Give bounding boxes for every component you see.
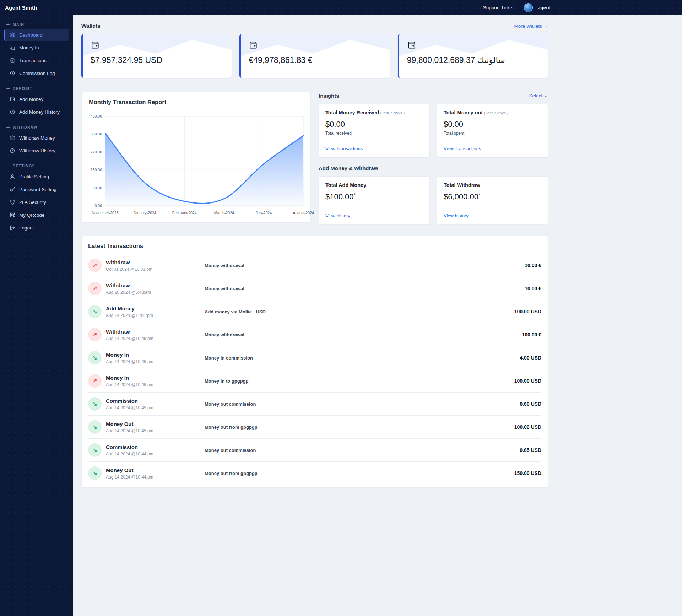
bank-icon bbox=[10, 135, 15, 141]
transaction-amount: 100.00 USD bbox=[481, 424, 541, 430]
sidebar-item-label: Withdraw Money bbox=[19, 135, 55, 141]
section-dash bbox=[6, 24, 10, 25]
axis-tick-label: 270.00 bbox=[91, 150, 102, 154]
transactions-icon bbox=[10, 58, 15, 63]
transaction-amount: 0.65 USD bbox=[481, 447, 541, 453]
total-received-link[interactable]: Total received bbox=[325, 131, 423, 136]
section-label: WITHDRAW bbox=[13, 125, 37, 129]
axis-tick-label: 360.00 bbox=[91, 132, 102, 136]
section-label: MAIN bbox=[13, 22, 24, 26]
sidebar-item-withdraw-money[interactable]: Withdraw Money bbox=[4, 132, 69, 144]
wallet-icon bbox=[249, 40, 258, 50]
wallet-card-other: 99,800,012,689.37 سالونيك bbox=[398, 34, 548, 78]
transaction-description: Money out commission bbox=[205, 448, 481, 453]
wallet-cards: $7,957,324.95 USD €49,978,861.83 € 99,80… bbox=[81, 34, 548, 78]
sidebar-item-label: Commission Log bbox=[19, 71, 55, 76]
topbar: Agent Smith Support Ticket agent bbox=[0, 0, 682, 15]
sidebar-item-money-in[interactable]: Money In bbox=[4, 42, 69, 54]
transaction-date: Aug 20 2024 @5:48:am bbox=[106, 290, 205, 295]
sidebar: MAIN Dashboard Money In Transactions bbox=[0, 15, 73, 616]
sidebar-item-logout[interactable]: Logout bbox=[4, 222, 69, 234]
section-dash bbox=[6, 166, 10, 166]
arrow-down-right-icon: ↘ bbox=[88, 305, 102, 318]
sidebar-item-profile-setting[interactable]: Profile Setting bbox=[4, 171, 69, 183]
support-ticket-link[interactable]: Support Ticket bbox=[483, 5, 514, 10]
transaction-description: Money in commission bbox=[205, 355, 481, 361]
transaction-amount: 4.00 USD bbox=[481, 355, 541, 361]
transaction-row: ↘ Add MoneyAug 14 2024 @11:01:pm Add mon… bbox=[88, 300, 541, 323]
sidebar-item-label: Money In bbox=[19, 45, 39, 50]
view-transactions-link[interactable]: View Transactions bbox=[325, 146, 423, 151]
sidebar-item-label: Password Setting bbox=[19, 187, 56, 192]
transaction-type: Commission bbox=[106, 398, 205, 404]
wallet-balance: 99,800,012,689.37 سالونيك bbox=[407, 55, 540, 65]
wallet-balance: €49,978,861.83 € bbox=[249, 55, 382, 65]
section-label: SETTINGS bbox=[13, 164, 35, 168]
arrow-down-right-icon: ↘ bbox=[88, 466, 102, 480]
insight-amount: $0.00 bbox=[325, 120, 423, 129]
transaction-row: ↘ Money OutAug 14 2024 @10:45:pm Money o… bbox=[88, 415, 541, 438]
axis-tick-label: February-2024 bbox=[172, 211, 197, 215]
footnote-asterisk: * bbox=[479, 193, 481, 198]
total-spent-link[interactable]: Total spent bbox=[444, 131, 541, 136]
insights-title: Insights bbox=[319, 93, 339, 99]
sidebar-item-add-money[interactable]: Add Money bbox=[4, 93, 69, 105]
transaction-description: Money withdrawal bbox=[205, 332, 481, 337]
transaction-type: Withdraw bbox=[106, 329, 205, 335]
insights-column: Insights Select⌄ Total Money Received( l… bbox=[319, 92, 548, 225]
arrow-down-right-icon: ↘ bbox=[88, 443, 102, 457]
wallet-card-usd: $7,957,324.95 USD bbox=[81, 34, 232, 78]
view-history-link[interactable]: View history bbox=[325, 213, 423, 218]
chart-title: Monthly Transaction Report bbox=[89, 99, 303, 106]
sidebar-item-label: Withdraw History bbox=[19, 148, 55, 153]
transaction-row: ↘ CommissionAug 14 2024 @10:45:pm Money … bbox=[88, 392, 541, 415]
insights-select[interactable]: Select⌄ bbox=[529, 93, 548, 98]
brand-title: Agent Smith bbox=[5, 5, 37, 11]
sidebar-item-withdraw-history[interactable]: Withdraw History bbox=[4, 145, 69, 157]
transaction-description: Money withdrawal bbox=[205, 286, 481, 291]
total-money-out-card: Total Money out( last 7 days ) $0.00 Tot… bbox=[437, 104, 548, 157]
sidebar-section-settings: SETTINGS Profile Setting Password Settin… bbox=[0, 164, 73, 234]
transaction-description: Money in to gpgpgp bbox=[205, 378, 481, 384]
transaction-date: Aug 14 2024 @10:46:pm bbox=[106, 359, 205, 364]
summary-amount: $100.00 bbox=[325, 192, 354, 201]
transaction-row: ↗ WithdrawAug 14 2024 @10:49:pm Money wi… bbox=[88, 323, 541, 346]
axis-tick-label: March-2024 bbox=[214, 211, 234, 215]
arrow-down-right-icon: ↘ bbox=[88, 351, 102, 364]
sidebar-item-commission-log[interactable]: Commission Log bbox=[4, 67, 69, 79]
chart-y-axis: 450.00 360.00 270.00 180.00 90.00 0.00 bbox=[89, 116, 105, 206]
sidebar-section-deposit: DEPOSIT Add Money Add Money History bbox=[0, 86, 73, 118]
footnote-asterisk: * bbox=[354, 193, 356, 198]
dashboard-icon bbox=[10, 32, 15, 38]
transaction-date: Aug 14 2024 @10:44:pm bbox=[106, 452, 205, 456]
arrow-up-right-icon: ↗ bbox=[88, 374, 102, 388]
transaction-description: Money out from gpgpgp bbox=[205, 471, 481, 476]
view-transactions-link[interactable]: View Transactions bbox=[444, 146, 541, 151]
transaction-row: ↗ Money InAug 14 2024 @10:46:pm Money in… bbox=[88, 369, 541, 392]
view-history-link[interactable]: View history bbox=[444, 213, 541, 218]
sidebar-item-2fa-security[interactable]: 2FA Security bbox=[4, 196, 69, 208]
topbar-divider bbox=[519, 5, 519, 10]
add-money-withdraw-title: Add Money & Withdraw bbox=[319, 165, 548, 171]
logout-icon bbox=[10, 225, 15, 231]
more-wallets-link[interactable]: More Wallets → bbox=[514, 23, 548, 29]
sidebar-item-label: Dashboard bbox=[19, 32, 43, 38]
shield-icon bbox=[10, 199, 15, 205]
wallet-icon bbox=[91, 40, 100, 50]
chevron-down-icon: ⌄ bbox=[544, 93, 548, 98]
sidebar-item-label: Add Money bbox=[19, 97, 43, 102]
sidebar-item-transactions[interactable]: Transactions bbox=[4, 54, 69, 66]
sidebar-item-my-qrcode[interactable]: My QRcode bbox=[4, 209, 69, 221]
total-withdraw-card: Total Withdraw $6,000.00* View history bbox=[437, 176, 548, 225]
transaction-row: ↗ WithdrawAug 20 2024 @5:48:am Money wit… bbox=[88, 277, 541, 300]
sidebar-item-add-money-history[interactable]: Add Money History bbox=[4, 106, 69, 118]
user-avatar[interactable] bbox=[524, 3, 533, 12]
user-name[interactable]: agent bbox=[538, 5, 551, 10]
transaction-type: Money In bbox=[106, 352, 205, 358]
insight-period: ( last 7 days ) bbox=[484, 111, 508, 115]
total-add-money-card: Total Add Money $100.00* View history bbox=[319, 176, 430, 225]
sidebar-item-password-setting[interactable]: Password Setting bbox=[4, 183, 69, 195]
summary-card-title: Total Add Money bbox=[325, 182, 423, 188]
sidebar-item-dashboard[interactable]: Dashboard bbox=[4, 29, 69, 41]
arrow-down-right-icon: ↘ bbox=[88, 420, 102, 434]
